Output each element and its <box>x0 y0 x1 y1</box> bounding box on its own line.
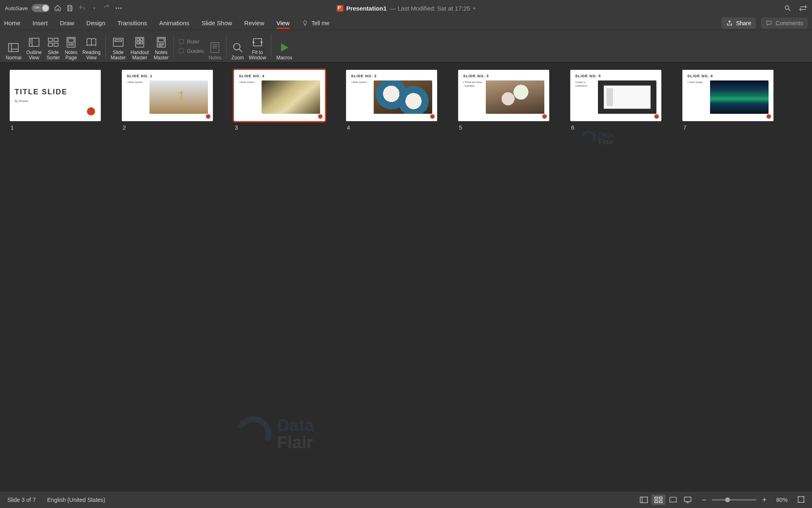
svg-rect-28 <box>140 42 143 44</box>
svg-rect-22 <box>113 38 123 46</box>
svg-rect-53 <box>798 496 804 502</box>
svg-point-2 <box>121 7 122 9</box>
slide-thumbnail-2[interactable]: SLIDE NO. 1 • Slide content 2 <box>122 70 213 131</box>
ruler-checkbox[interactable]: Ruler <box>179 39 204 45</box>
zoom-button[interactable]: Zoom <box>229 32 247 61</box>
svg-rect-46 <box>655 497 658 499</box>
svg-rect-16 <box>54 43 58 46</box>
slide-thumbnail-5[interactable]: SLIDE NO. 3 • These are three cupcakes 5 <box>458 70 549 131</box>
more-icon[interactable] <box>115 4 123 12</box>
tab-draw[interactable]: Draw <box>60 17 74 29</box>
tab-view[interactable]: View <box>277 17 290 29</box>
tab-design[interactable]: Design <box>87 17 106 29</box>
svg-rect-44 <box>640 497 647 503</box>
slide-number: 6 <box>570 124 661 131</box>
zoom-slider[interactable] <box>712 499 756 501</box>
svg-point-3 <box>785 6 789 9</box>
view-reading-button[interactable]: Reading View <box>80 32 103 61</box>
autosave-label: AutoSave <box>5 5 28 11</box>
svg-marker-43 <box>281 43 288 52</box>
slideshow-view-icon[interactable] <box>681 495 695 505</box>
ribbon-options-icon[interactable] <box>799 4 807 12</box>
slide-sorter-area[interactable]: DataFlair TITLE SLIDE By Shanku 1 SLIDE … <box>0 63 812 492</box>
language-indicator[interactable]: English (United States) <box>47 497 105 503</box>
svg-rect-18 <box>68 39 74 42</box>
undo-icon[interactable] <box>78 4 86 12</box>
tab-animations[interactable]: Animations <box>159 17 189 29</box>
slide-number: 2 <box>122 124 213 131</box>
slide-thumbnail-7[interactable]: SLIDE NO. 6 • Insert Image 7 <box>682 70 773 131</box>
view-normal-button[interactable]: Normal <box>3 32 24 61</box>
autosave-toggle[interactable]: ON <box>32 4 50 12</box>
zoom-percentage[interactable]: 80% <box>776 497 788 503</box>
redo-icon[interactable] <box>102 4 110 12</box>
zoom-controls: − + 80% <box>702 496 805 504</box>
zoom-out-button[interactable]: − <box>702 496 706 504</box>
ribbon-tabs: Home Insert Draw Design Transitions Anim… <box>0 16 812 30</box>
fit-to-window-icon[interactable] <box>797 496 805 504</box>
slide-sorter-view-icon[interactable] <box>652 495 665 505</box>
slide-thumbnail-4[interactable]: SLIDE NO. 2 • Slide content 4 <box>346 70 437 131</box>
slide-master-button[interactable]: Slide Master <box>108 32 128 61</box>
view-outline-button[interactable]: Outline View <box>24 32 44 61</box>
save-icon[interactable] <box>66 4 74 12</box>
notes-master-button[interactable]: Notes Master <box>152 32 171 61</box>
svg-line-4 <box>788 9 790 11</box>
tab-slide-show[interactable]: Slide Show <box>201 17 232 29</box>
svg-rect-23 <box>115 40 121 41</box>
powerpoint-icon <box>337 5 343 11</box>
comment-icon <box>766 20 772 26</box>
svg-rect-48 <box>655 501 658 503</box>
slide-number: 4 <box>346 124 437 131</box>
slide-number: 5 <box>458 124 549 131</box>
ruler-guides-group: Ruler Guides <box>176 39 206 54</box>
share-button[interactable]: Share <box>721 17 756 29</box>
svg-rect-27 <box>137 42 139 44</box>
normal-view-icon[interactable] <box>637 495 651 505</box>
title-bar: AutoSave ON ▾ Presentation1 — Last Modif… <box>0 0 812 16</box>
svg-rect-5 <box>9 43 18 52</box>
svg-rect-49 <box>659 501 662 503</box>
search-icon[interactable] <box>784 4 792 12</box>
svg-point-1 <box>118 7 119 9</box>
view-mode-buttons <box>637 495 695 505</box>
reading-view-icon[interactable] <box>666 495 680 505</box>
view-slide-sorter-button[interactable]: Slide Sorter <box>44 32 63 61</box>
svg-rect-34 <box>211 43 219 52</box>
svg-rect-50 <box>684 497 691 501</box>
svg-line-39 <box>239 49 242 52</box>
comments-button[interactable]: Comments <box>761 17 808 29</box>
tab-review[interactable]: Review <box>244 17 264 29</box>
svg-rect-40 <box>253 39 262 46</box>
document-title[interactable]: Presentation1 — Last Modified: Sat at 17… <box>337 5 476 12</box>
bulb-icon <box>302 20 308 26</box>
svg-rect-8 <box>29 38 39 46</box>
undo-dropdown-icon[interactable]: ▾ <box>90 4 98 12</box>
slide-counter[interactable]: Slide 3 of 7 <box>7 497 36 503</box>
zoom-in-button[interactable]: + <box>762 496 767 504</box>
macros-button[interactable]: Macros <box>274 32 294 61</box>
tab-insert[interactable]: Insert <box>32 17 48 29</box>
guides-checkbox[interactable]: Guides <box>179 48 204 54</box>
share-icon <box>726 20 733 26</box>
svg-rect-14 <box>54 38 58 41</box>
svg-rect-47 <box>659 497 662 499</box>
svg-rect-15 <box>48 43 52 46</box>
home-icon[interactable] <box>54 4 62 12</box>
slide-thumbnail-1[interactable]: TITLE SLIDE By Shanku 1 <box>10 70 101 131</box>
fit-to-window-button[interactable]: Fit to Window <box>246 32 269 61</box>
tab-home[interactable]: Home <box>4 17 20 29</box>
svg-rect-30 <box>158 39 164 42</box>
slide-thumbnail-6[interactable]: SLIDE NO. 5 • Insert a screenshot 6 <box>570 70 661 131</box>
tell-me[interactable]: Tell me <box>302 20 329 26</box>
view-notes-page-button[interactable]: Notes Page <box>62 32 80 61</box>
slide-number: 3 <box>234 124 325 131</box>
notes-button[interactable]: Notes <box>206 32 223 61</box>
ribbon-view: Normal Outline View Slide Sorter Notes P… <box>0 30 812 63</box>
tab-transitions[interactable]: Transitions <box>117 17 147 29</box>
svg-rect-13 <box>48 38 52 41</box>
watermark-logo: DataFlair <box>236 416 314 452</box>
slide-thumbnail-3[interactable]: SLIDE NO. 4 • Slide content 3 <box>234 70 325 131</box>
handout-master-button[interactable]: Handout Master <box>128 32 151 61</box>
status-bar: Slide 3 of 7 English (United States) − +… <box>0 492 812 508</box>
